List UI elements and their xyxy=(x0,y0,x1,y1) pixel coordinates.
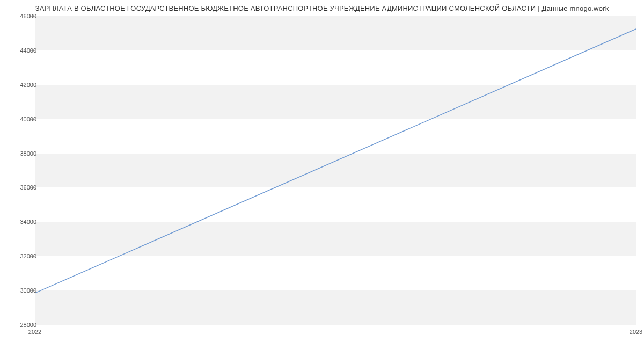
y-tick-label: 46000 xyxy=(7,13,36,19)
y-tick-label: 36000 xyxy=(7,184,36,191)
x-tick-label: 2023 xyxy=(630,329,642,335)
y-tick-label: 38000 xyxy=(7,150,36,157)
plot-area xyxy=(35,16,636,325)
y-tick-label: 30000 xyxy=(7,287,36,294)
x-axis-line xyxy=(35,325,636,325)
y-tick-label: 34000 xyxy=(7,219,36,225)
y-tick-label: 42000 xyxy=(7,82,36,88)
svg-line-0 xyxy=(35,29,636,293)
chart-container: ЗАРПЛАТА В ОБЛАСТНОЕ ГОСУДАРСТВЕННОЕ БЮД… xyxy=(0,0,644,349)
chart-title: ЗАРПЛАТА В ОБЛАСТНОЕ ГОСУДАРСТВЕННОЕ БЮД… xyxy=(0,4,644,12)
x-tick-label: 2022 xyxy=(28,329,41,335)
line-series xyxy=(35,16,636,325)
y-tick-label: 44000 xyxy=(7,47,36,54)
y-tick-label: 40000 xyxy=(7,116,36,122)
y-tick-label: 32000 xyxy=(7,253,36,259)
y-tick-label: 28000 xyxy=(7,322,36,328)
